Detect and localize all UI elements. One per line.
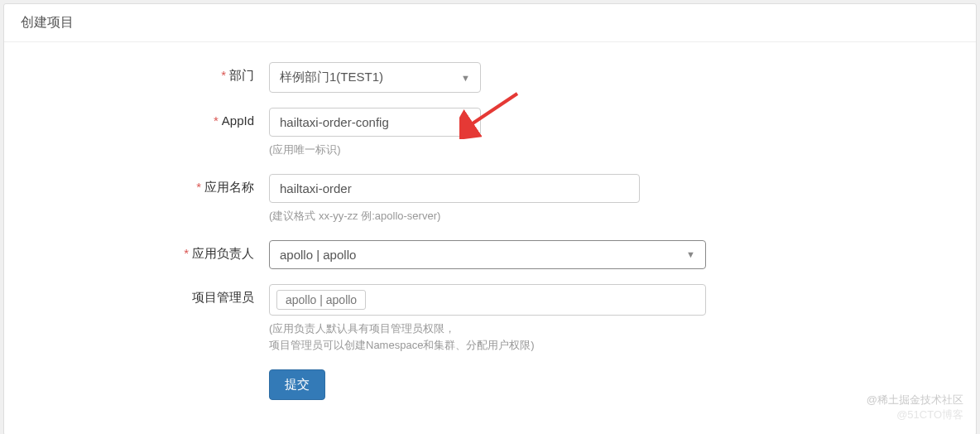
row-department: *部门 样例部门1(TEST1) ▼ (37, 62, 943, 93)
row-admins: 项目管理员 apollo | apollo (应用负责人默认具有项目管理员权限，… (37, 284, 943, 355)
appid-input[interactable]: hailtaxi-order-config (269, 108, 481, 137)
watermark-text: @稀土掘金技术社区 (867, 393, 963, 407)
required-mark: * (196, 180, 201, 194)
owner-value: apollo | apollo (280, 248, 356, 262)
panel-title: 创建项目 (4, 4, 976, 42)
form-body: *部门 样例部门1(TEST1) ▼ *AppId hailtaxi-order… (4, 42, 976, 434)
required-mark: * (214, 113, 219, 128)
chevron-down-icon: ▼ (686, 249, 695, 259)
create-project-panel: 创建项目 *部门 样例部门1(TEST1) ▼ *AppId hailtaxi-… (3, 3, 977, 434)
appid-help: (应用唯一标识) (269, 142, 481, 159)
admins-help: (应用负责人默认具有项目管理员权限， 项目管理员可以创建Namespace和集群… (269, 321, 706, 355)
appname-input[interactable]: hailtaxi-order (269, 174, 640, 203)
row-owner: *应用负责人 apollo | apollo ▼ (37, 240, 943, 269)
appname-value: hailtaxi-order (280, 181, 352, 195)
admin-tag[interactable]: apollo | apollo (276, 290, 366, 310)
label-owner: *应用负责人 (37, 240, 269, 262)
appid-value: hailtaxi-order-config (280, 115, 389, 129)
label-appid: *AppId (37, 108, 269, 128)
appname-help: (建议格式 xx-yy-zz 例:apollo-server) (269, 208, 640, 225)
label-department: *部门 (37, 62, 269, 84)
label-appname: *应用名称 (37, 174, 269, 195)
department-select[interactable]: 样例部门1(TEST1) ▼ (269, 62, 481, 93)
label-admins: 项目管理员 (37, 284, 269, 306)
row-submit: 提交 (37, 369, 943, 400)
submit-button[interactable]: 提交 (269, 369, 325, 400)
chevron-down-icon: ▼ (461, 73, 470, 83)
row-appid: *AppId hailtaxi-order-config (应用唯一标识) (37, 108, 943, 159)
owner-select[interactable]: apollo | apollo ▼ (269, 240, 706, 269)
admins-input[interactable]: apollo | apollo (269, 284, 706, 316)
department-value: 样例部门1(TEST1) (280, 70, 383, 85)
required-mark: * (184, 246, 189, 260)
watermark-text-2: @51CTO博客 (896, 407, 963, 422)
required-mark: * (221, 68, 226, 82)
row-appname: *应用名称 hailtaxi-order (建议格式 xx-yy-zz 例:ap… (37, 174, 943, 225)
